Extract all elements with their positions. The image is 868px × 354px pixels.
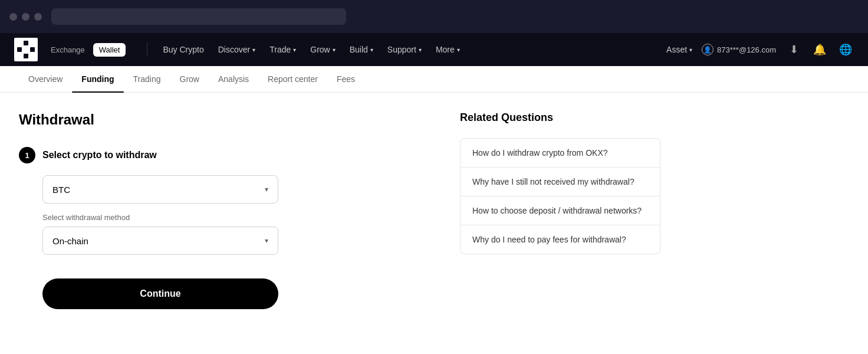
crypto-select-value: BTC [52, 185, 70, 195]
bell-icon[interactable]: 🔔 [811, 41, 828, 58]
subnav-analysis[interactable]: Analysis [209, 66, 258, 92]
step1-header: 1 Select crypto to withdraw [19, 147, 432, 163]
related-link-1[interactable]: Why have I still not received my withdra… [461, 168, 660, 196]
related-questions-title: Related Questions [460, 112, 660, 124]
download-icon[interactable]: ⬇ [785, 41, 802, 58]
withdrawal-form: Withdrawal 1 Select crypto to withdraw B… [19, 112, 432, 309]
withdrawal-method-select-wrapper: On-chain ▾ [42, 227, 432, 255]
nav-right: Asset ▾ 👤 873***@126.com ⬇ 🔔 🌐 [666, 41, 854, 58]
logo [14, 38, 38, 61]
related-link-2[interactable]: How to choose deposit / withdrawal netwo… [461, 196, 660, 225]
nav-links: Buy Crypto Discover ▾ Trade ▾ Grow ▾ Bui… [157, 41, 666, 58]
asset-button[interactable]: Asset ▾ [666, 45, 692, 54]
subnav-trading[interactable]: Trading [124, 66, 170, 92]
withdrawal-method-select[interactable]: On-chain ▾ [42, 227, 278, 255]
subnav-overview[interactable]: Overview [19, 66, 72, 92]
step1-label: Select crypto to withdraw [42, 150, 157, 160]
titlebar [0, 0, 868, 33]
maximize-dot [34, 13, 42, 21]
nav-support[interactable]: Support ▾ [382, 41, 428, 58]
continue-button[interactable]: Continue [42, 278, 278, 309]
related-link-3[interactable]: Why do I need to pay fees for withdrawal… [461, 225, 660, 254]
related-link-0[interactable]: How do I withdraw crypto from OKX? [461, 139, 660, 168]
main-content: Withdrawal 1 Select crypto to withdraw B… [0, 93, 868, 309]
nav-build[interactable]: Build ▾ [344, 41, 379, 58]
nav-tab-wallet[interactable]: Wallet [93, 43, 126, 57]
window-controls [9, 13, 42, 21]
subnav-fees[interactable]: Fees [327, 66, 364, 92]
nav-grow[interactable]: Grow ▾ [304, 41, 341, 58]
crypto-select-group: BTC ▾ [19, 175, 432, 204]
page-title: Withdrawal [19, 112, 432, 128]
subnav-funding[interactable]: Funding [72, 66, 123, 92]
trade-chevron-icon: ▾ [293, 47, 296, 53]
nav-divider [147, 42, 147, 57]
related-questions-panel: Related Questions How do I withdraw cryp… [460, 112, 660, 309]
minimize-dot [22, 13, 29, 21]
user-avatar-icon: 👤 [702, 44, 714, 55]
url-bar[interactable] [51, 8, 346, 25]
subnav: Overview Funding Trading Grow Analysis R… [0, 66, 868, 93]
nav-trade[interactable]: Trade ▾ [264, 41, 302, 58]
related-links-list: How do I withdraw crypto from OKX? Why h… [460, 138, 660, 254]
subnav-grow[interactable]: Grow [170, 66, 209, 92]
withdrawal-method-group: Select withdrawal method On-chain ▾ [19, 213, 432, 255]
build-chevron-icon: ▾ [370, 47, 373, 53]
crypto-select-arrow-icon: ▾ [265, 185, 268, 194]
nav-discover[interactable]: Discover ▾ [212, 41, 261, 58]
more-chevron-icon: ▾ [457, 47, 460, 53]
navbar: Exchange Wallet Buy Crypto Discover ▾ Tr… [0, 33, 868, 66]
support-chevron-icon: ▾ [419, 47, 422, 53]
nav-buy-crypto[interactable]: Buy Crypto [157, 41, 209, 58]
crypto-select-wrapper: BTC ▾ [42, 175, 432, 204]
method-select-arrow-icon: ▾ [265, 237, 268, 245]
nav-tabs: Exchange Wallet [45, 43, 126, 57]
discover-chevron-icon: ▾ [252, 47, 255, 53]
withdrawal-method-value: On-chain [52, 236, 88, 246]
subnav-report-center[interactable]: Report center [258, 66, 327, 92]
step1-badge: 1 [19, 147, 35, 163]
close-dot [9, 13, 17, 21]
asset-chevron-icon: ▾ [689, 47, 692, 53]
grow-chevron-icon: ▾ [333, 47, 336, 53]
user-email-area[interactable]: 👤 873***@126.com [702, 44, 776, 55]
crypto-select[interactable]: BTC ▾ [42, 175, 278, 204]
withdrawal-method-label: Select withdrawal method [42, 213, 432, 222]
globe-icon[interactable]: 🌐 [837, 41, 854, 58]
nav-tab-exchange[interactable]: Exchange [45, 43, 91, 57]
nav-more[interactable]: More ▾ [430, 41, 466, 58]
